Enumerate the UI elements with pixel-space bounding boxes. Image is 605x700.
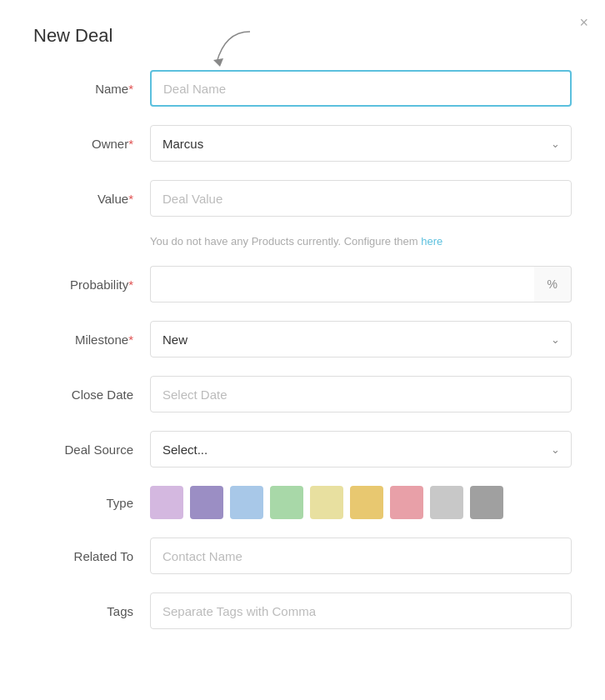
close-date-input[interactable] bbox=[150, 376, 572, 412]
close-date-label: Close Date bbox=[33, 388, 150, 402]
value-label: Value* bbox=[33, 192, 150, 206]
deal-source-label: Deal Source bbox=[33, 442, 150, 457]
hint-link[interactable]: here bbox=[421, 235, 442, 248]
swatch-gray-light[interactable] bbox=[430, 486, 463, 519]
milestone-row: Milestone* New In Progress Won Lost ⌄ bbox=[33, 321, 572, 358]
related-to-row: Related To bbox=[33, 538, 572, 574]
svg-marker-0 bbox=[213, 58, 223, 67]
swatch-blue-light[interactable] bbox=[230, 486, 263, 519]
owner-row: Owner* Marcus Other ⌄ bbox=[33, 125, 572, 162]
swatch-purple-light[interactable] bbox=[150, 486, 183, 519]
swatch-gray-dark[interactable] bbox=[470, 486, 503, 519]
name-row: Name* bbox=[33, 70, 572, 107]
milestone-label: Milestone* bbox=[33, 332, 150, 347]
tags-input[interactable] bbox=[150, 592, 572, 629]
type-row: Type bbox=[33, 486, 572, 519]
owner-select[interactable]: Marcus Other bbox=[150, 125, 572, 162]
new-deal-modal: × New Deal Name* Owner* Marcus Other ⌄ V… bbox=[0, 0, 605, 700]
owner-select-wrapper: Marcus Other ⌄ bbox=[150, 125, 572, 162]
swatch-orange-light[interactable] bbox=[350, 486, 383, 519]
related-to-input[interactable] bbox=[150, 538, 572, 574]
swatch-green-light[interactable] bbox=[270, 486, 303, 519]
owner-label: Owner* bbox=[33, 137, 150, 151]
probability-row: Probability* 20 % bbox=[33, 266, 572, 302]
percent-badge: % bbox=[534, 266, 572, 302]
deal-source-select-wrapper: Select... Web Email Phone Social Media ⌄ bbox=[150, 431, 572, 468]
type-label: Type bbox=[33, 496, 150, 510]
hint-text: You do not have any Products currently. … bbox=[150, 235, 442, 248]
swatch-pink-light[interactable] bbox=[390, 486, 423, 519]
swatch-purple-medium[interactable] bbox=[190, 486, 223, 519]
milestone-select[interactable]: New In Progress Won Lost bbox=[150, 321, 572, 358]
deal-source-select[interactable]: Select... Web Email Phone Social Media bbox=[150, 431, 572, 468]
close-button[interactable]: × bbox=[579, 15, 588, 30]
probability-input[interactable]: 20 bbox=[150, 266, 534, 302]
tags-label: Tags bbox=[33, 604, 150, 618]
probability-label: Probability* bbox=[33, 278, 150, 292]
modal-title: New Deal bbox=[33, 25, 572, 47]
name-input[interactable] bbox=[150, 70, 572, 107]
value-input[interactable] bbox=[150, 180, 572, 217]
color-swatches bbox=[150, 486, 503, 519]
deal-source-row: Deal Source Select... Web Email Phone So… bbox=[33, 431, 572, 468]
swatch-yellow-light[interactable] bbox=[310, 486, 343, 519]
hint-row: You do not have any Products currently. … bbox=[33, 235, 572, 248]
name-label: Name* bbox=[33, 82, 150, 96]
milestone-select-wrapper: New In Progress Won Lost ⌄ bbox=[150, 321, 572, 358]
related-to-label: Related To bbox=[33, 549, 150, 563]
probability-wrapper: 20 % bbox=[150, 266, 572, 302]
value-row: Value* bbox=[33, 180, 572, 217]
tags-row: Tags bbox=[33, 592, 572, 629]
close-date-row: Close Date bbox=[33, 376, 572, 412]
